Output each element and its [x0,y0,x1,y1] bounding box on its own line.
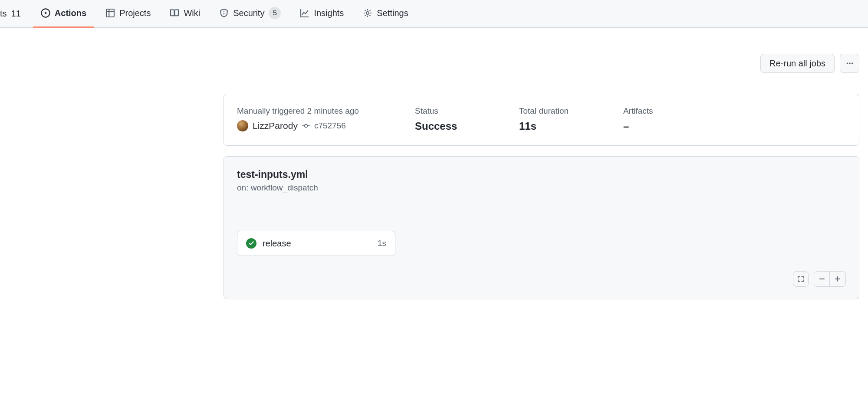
duration-value: 11s [519,120,589,132]
job-duration: 1s [378,239,386,248]
tab-label: Actions [55,8,86,18]
summary-status: Status Success [415,106,484,132]
summary-duration: Total duration 11s [519,106,589,132]
table-icon [105,8,115,18]
svg-point-4 [224,11,224,12]
minus-icon [819,275,825,282]
book-icon [170,8,179,18]
zoom-out-button[interactable] [814,272,830,286]
run-summary-card: Manually triggered 2 minutes ago LizzPar… [224,94,859,146]
artifacts-label: Artifacts [623,106,693,116]
rerun-label: Re-run all jobs [769,59,825,69]
shield-icon [219,8,229,18]
zoom-pair [814,271,846,287]
author-name[interactable]: LizzParody [253,121,298,131]
svg-rect-1 [106,9,114,17]
job-name: release [263,239,372,249]
tab-fragment-count: 11 [11,9,21,19]
tab-wiki[interactable]: Wiki [162,0,208,28]
commit-icon [302,122,310,130]
svg-point-9 [851,62,853,64]
check-circle-icon [246,238,256,249]
rerun-all-jobs-button[interactable]: Re-run all jobs [760,54,835,73]
status-label: Status [415,106,484,116]
kebab-horizontal-icon [846,59,854,67]
tab-security[interactable]: Security 5 [211,0,289,28]
repo-tabs: ts 11 Actions Projects Wiki Security 5 I… [0,0,868,28]
workflow-actions-row: Re-run all jobs [196,54,859,73]
fullscreen-icon [797,275,804,282]
graph-icon [300,8,309,18]
tab-label: Wiki [184,8,200,18]
job-card-release[interactable]: release 1s [237,231,395,256]
workflow-more-button[interactable] [840,54,859,73]
tab-label: Settings [377,8,408,18]
fullscreen-button[interactable] [793,271,809,287]
workflow-graph-card: test-inputs.yml on: workflow_dispatch re… [224,156,859,299]
zoom-in-button[interactable] [830,272,845,286]
svg-point-7 [846,62,848,64]
status-value: Success [415,120,484,132]
gear-icon [363,8,372,18]
zoom-controls [793,271,846,287]
tab-count: 5 [269,7,281,19]
tab-fragment-text: ts [0,9,7,19]
svg-point-10 [305,125,308,128]
svg-point-6 [366,12,369,14]
summary-trigger: Manually triggered 2 minutes ago LizzPar… [237,106,380,132]
commit-sha[interactable]: c752756 [314,121,346,131]
tab-insights[interactable]: Insights [292,0,352,28]
svg-point-8 [849,62,851,64]
play-icon [41,8,50,18]
tab-actions[interactable]: Actions [33,0,94,28]
plus-icon [834,275,841,282]
artifacts-value: – [623,120,693,132]
avatar[interactable] [237,120,248,131]
trigger-label: Manually triggered 2 minutes ago [237,106,380,116]
tab-label: Projects [119,8,151,18]
tab-label: Security [233,8,264,18]
workflow-trigger-text: on: workflow_dispatch [237,183,846,193]
tab-projects[interactable]: Projects [98,0,158,28]
trigger-author-row: LizzParody c752756 [237,120,380,131]
summary-artifacts: Artifacts – [623,106,693,132]
tab-label: Insights [314,8,344,18]
workflow-file-name: test-inputs.yml [237,169,846,180]
tab-settings[interactable]: Settings [355,0,416,28]
duration-label: Total duration [519,106,589,116]
tab-pull-requests-fragment[interactable]: ts 11 [0,0,21,28]
